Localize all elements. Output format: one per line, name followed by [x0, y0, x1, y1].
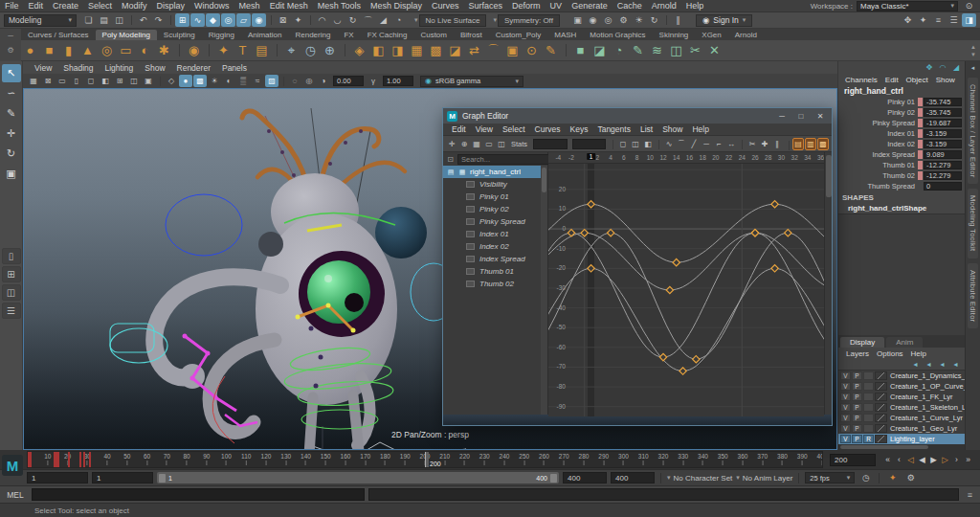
- tree-channel-row[interactable]: Index 01: [443, 228, 547, 240]
- move-layer-down-icon[interactable]: ◂: [924, 359, 934, 369]
- channel-label[interactable]: Thumb 02: [838, 171, 915, 180]
- panel-menu-item[interactable]: Panels: [216, 63, 253, 73]
- menu-item[interactable]: Modify: [117, 1, 152, 11]
- shelf-tab[interactable]: FX Caching: [361, 30, 414, 40]
- gamma-icon[interactable]: γ: [367, 75, 380, 87]
- menu-item[interactable]: Display: [152, 1, 190, 11]
- resolution-gate-icon[interactable]: ◻: [84, 75, 98, 87]
- stacked-curves-icon[interactable]: ▥: [805, 138, 816, 150]
- modeling-toolkit-open-icon[interactable]: ◢: [376, 13, 390, 27]
- menu-item[interactable]: Curves: [427, 1, 464, 11]
- layer-color-swatch[interactable]: [875, 371, 887, 380]
- shelf-scrollbar[interactable]: ▲▼: [969, 40, 978, 61]
- make-live-icon[interactable]: ◉: [252, 13, 266, 27]
- channel-box-menu-item[interactable]: Channels: [842, 76, 880, 84]
- channel-value-field[interactable]: -3.159: [924, 129, 962, 138]
- mirror-icon[interactable]: ⇄: [465, 41, 483, 59]
- smooth-mesh-preview-icon[interactable]: ⌒: [361, 13, 375, 27]
- layer-row[interactable]: V P Creature_1_Geo_Lyr: [838, 423, 965, 434]
- poly-cylinder-icon[interactable]: ▮: [59, 41, 78, 59]
- input-connection-icon[interactable]: ◠: [937, 62, 948, 73]
- gate-mask-icon[interactable]: ◧: [99, 75, 112, 87]
- tree-channel-row[interactable]: Thumb 02: [443, 278, 547, 290]
- tree-channel-row[interactable]: Pinky 02: [443, 203, 547, 215]
- type-tool-icon[interactable]: T: [234, 41, 252, 59]
- graph-editor-menu-item[interactable]: List: [635, 124, 657, 134]
- animation-end-field[interactable]: 400: [611, 472, 655, 483]
- script-editor-icon[interactable]: ≡: [963, 488, 977, 502]
- poly-torus-icon[interactable]: ◎: [98, 41, 116, 59]
- sidebar-character-controls-icon[interactable]: ✦: [916, 13, 930, 27]
- select-tool[interactable]: ↖: [2, 64, 21, 82]
- create-empty-layer-icon[interactable]: ◂: [937, 359, 947, 369]
- sidebar-tab[interactable]: Attribute Editor: [968, 263, 978, 328]
- layer-visibility-toggle[interactable]: V: [840, 424, 851, 433]
- playback-start-field[interactable]: 1: [92, 472, 153, 483]
- step-back-frame-button[interactable]: ‹: [894, 453, 904, 466]
- shape-node-name[interactable]: right_hand_ctrlShape: [838, 203, 965, 214]
- layer-row[interactable]: V P Creature_1_Curve_Lyr: [838, 413, 965, 423]
- sidebar-tool-settings-icon[interactable]: ☰: [947, 13, 961, 27]
- lock-camera-icon[interactable]: ⊠: [41, 75, 55, 87]
- menu-item[interactable]: Arnold: [647, 1, 681, 11]
- move-layer-up-icon[interactable]: ◂: [910, 359, 921, 369]
- highlight-selection-icon[interactable]: ✦: [291, 13, 305, 27]
- separate-icon[interactable]: ◨: [389, 41, 407, 59]
- image-plane-icon[interactable]: ▭: [56, 75, 69, 87]
- graph-editor-menu-item[interactable]: Keys: [566, 124, 593, 134]
- output-connections-icon[interactable]: ◡: [330, 13, 345, 27]
- chevron-down-icon[interactable]: ▾: [493, 16, 497, 24]
- graph-curve-area[interactable]: 20100-10-20-30-40-50-60-70-80-90: [548, 164, 824, 416]
- channel-label[interactable]: Index Spread: [838, 150, 915, 159]
- tree-channel-row[interactable]: Pinky 01: [443, 191, 547, 203]
- shelf-tab[interactable]: Skinning: [653, 30, 696, 40]
- layout-outliner-persp[interactable]: ☰: [2, 303, 21, 319]
- command-input[interactable]: [32, 488, 365, 501]
- shelf-tab[interactable]: Motion Graphics: [583, 30, 652, 40]
- shelf-tab[interactable]: Custom: [413, 30, 454, 40]
- command-line-language-toggle[interactable]: MEL: [3, 490, 28, 500]
- rigid-bind-icon[interactable]: ◪: [590, 41, 609, 59]
- close-button[interactable]: ✕: [811, 109, 830, 123]
- clamped-tangents-icon[interactable]: ⌒: [676, 138, 687, 150]
- detach-skin-icon[interactable]: ◔: [610, 41, 628, 59]
- sign-in-button[interactable]: ◉ Sign In ▾: [696, 14, 752, 27]
- menu-item[interactable]: Cache: [612, 1, 647, 11]
- poly-sphere-icon[interactable]: ●: [21, 41, 39, 59]
- shelf-tab[interactable]: Rigging: [202, 30, 241, 40]
- menu-item[interactable]: Deform: [507, 1, 546, 11]
- super-shape-icon[interactable]: ✱: [155, 41, 173, 59]
- poly-cone-icon[interactable]: ▲: [78, 41, 97, 59]
- symmetry-field[interactable]: Symmetry: Off: [498, 14, 560, 27]
- menu-item[interactable]: Generate: [567, 1, 612, 11]
- flat-tangents-icon[interactable]: ─: [701, 138, 712, 150]
- graph-editor-menu-item[interactable]: Tangents: [592, 124, 635, 134]
- snap-grid-icon[interactable]: ⊞: [175, 13, 189, 27]
- time-ruler[interactable]: 0102030405060708090100110120130140150160…: [27, 451, 823, 468]
- fps-dropdown[interactable]: 25 fps ▾: [805, 472, 855, 483]
- auto-key-icon[interactable]: ✦: [885, 471, 900, 484]
- view-transform-dropdown[interactable]: ◉ sRGB gamma ▾: [420, 76, 523, 87]
- fill-hole-icon[interactable]: ▣: [503, 41, 522, 59]
- layer-display-type-toggle[interactable]: [863, 393, 874, 401]
- construction-plane-icon[interactable]: ⌖: [282, 41, 301, 59]
- shadows-icon[interactable]: ◐: [222, 75, 235, 87]
- tree-channel-row[interactable]: Index 02: [443, 240, 547, 253]
- paint-select-tool[interactable]: ✎: [2, 104, 21, 123]
- target-weld-icon[interactable]: ⊙: [523, 41, 541, 59]
- selected-node-name[interactable]: right_hand_ctrl: [838, 85, 965, 97]
- go-to-end-button[interactable]: »: [963, 453, 973, 466]
- layer-visibility-toggle[interactable]: V: [840, 393, 851, 401]
- step-forward-key-button[interactable]: ▷: [940, 453, 950, 466]
- playback-end-field[interactable]: 400: [563, 472, 607, 483]
- move-keys-tool-icon[interactable]: ✛: [446, 138, 457, 150]
- pause-viewport-icon[interactable]: ∥: [671, 13, 685, 27]
- graph-input-icon[interactable]: ◢: [950, 62, 962, 73]
- shelf-tab[interactable]: Curves / Surfaces: [21, 30, 96, 40]
- menu-item[interactable]: Edit Mesh: [265, 1, 313, 11]
- linear-tangents-icon[interactable]: ╱: [688, 138, 700, 150]
- animation-curves[interactable]: [548, 164, 824, 416]
- svg-tool-icon[interactable]: ▤: [253, 41, 271, 59]
- region-tool-icon[interactable]: ▭: [483, 138, 495, 150]
- range-slider-bar[interactable]: 1 400: [157, 472, 559, 483]
